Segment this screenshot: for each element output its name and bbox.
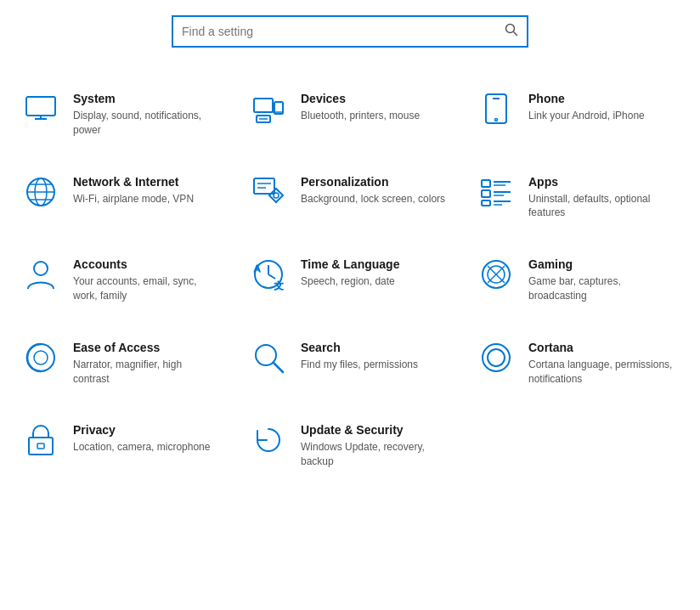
setting-item-accounts[interactable]: Accounts Your accounts, email, sync, wor… [8,239,236,322]
setting-desc-phone: Link your Android, iPhone [528,109,676,123]
devices-icon [251,92,285,126]
svg-rect-28 [482,201,490,206]
setting-title-search: Search [301,341,449,354]
time-icon: A 文 [251,257,285,291]
network-icon [24,175,58,209]
setting-desc-privacy: Location, camera, microphone [73,440,221,455]
svg-rect-48 [37,443,44,449]
svg-rect-47 [29,438,53,455]
setting-item-gaming[interactable]: Gaming Game bar, captures, broadcasting [464,239,692,322]
svg-point-45 [483,344,510,371]
search-icon [505,23,518,40]
svg-rect-2 [26,97,55,116]
setting-desc-network: Wi-Fi, airplane mode, VPN [73,192,221,206]
svg-point-46 [488,349,505,366]
setting-desc-devices: Bluetooth, printers, mouse [301,109,449,123]
gaming-icon [479,257,513,291]
search-input[interactable] [182,25,505,38]
setting-desc-ease: Narrator, magnifier, high contrast [73,358,221,387]
svg-rect-25 [482,190,490,197]
svg-point-42 [34,351,48,364]
setting-title-ease: Ease of Access [73,341,221,354]
svg-text:A: A [254,263,261,274]
svg-rect-22 [482,180,490,187]
setting-item-phone[interactable]: Phone Link your Android, iPhone [464,73,692,156]
search-icon [251,341,285,375]
svg-point-0 [506,25,515,33]
svg-point-31 [34,262,48,275]
settings-grid: System Display, sound, notifications, po… [0,73,700,488]
setting-title-gaming: Gaming [528,257,676,271]
setting-item-personalization[interactable]: Personalization Background, lock screen,… [236,156,464,240]
setting-desc-personalization: Background, lock screen, colors [301,192,449,206]
personalization-icon [251,175,285,209]
setting-title-devices: Devices [301,92,449,105]
setting-title-phone: Phone [528,92,676,105]
setting-desc-cortana: Cortana language, permissions, notificat… [528,358,676,387]
svg-rect-18 [254,178,274,194]
setting-title-apps: Apps [528,175,676,189]
svg-line-44 [274,363,283,372]
setting-title-privacy: Privacy [73,423,221,437]
ease-icon [24,341,58,375]
cortana-icon [479,341,513,375]
setting-title-accounts: Accounts [73,257,221,271]
setting-item-update[interactable]: Update & Security Windows Update, recove… [236,404,464,488]
setting-item-devices[interactable]: Devices Bluetooth, printers, mouse [236,73,464,156]
setting-item-network[interactable]: Network & Internet Wi-Fi, airplane mode,… [8,156,236,240]
setting-item-time[interactable]: A 文 Time & Language Speech, region, date [236,239,464,322]
apps-icon [479,175,513,209]
setting-desc-update: Windows Update, recovery, backup [301,440,449,469]
svg-point-21 [274,193,279,198]
setting-desc-accounts: Your accounts, email, sync, work, family [73,274,221,303]
setting-title-system: System [73,92,221,105]
accounts-icon [24,257,58,291]
search-bar-container [0,0,700,73]
svg-text:文: 文 [274,280,284,291]
privacy-icon [24,423,58,457]
setting-item-ease[interactable]: Ease of Access Narrator, magnifier, high… [8,322,236,405]
setting-item-apps[interactable]: Apps Uninstall, defaults, optional featu… [464,156,692,240]
setting-item-search[interactable]: Search Find my files, permissions [236,322,464,405]
system-icon [24,92,58,126]
setting-desc-search: Find my files, permissions [301,358,449,372]
setting-item-cortana[interactable]: Cortana Cortana language, permissions, n… [464,322,692,405]
setting-item-system[interactable]: System Display, sound, notifications, po… [8,73,236,156]
svg-line-34 [268,274,275,279]
setting-desc-time: Speech, region, date [301,274,449,289]
setting-item-privacy[interactable]: Privacy Location, camera, microphone [8,404,236,488]
setting-desc-gaming: Game bar, captures, broadcasting [528,274,676,303]
svg-point-12 [495,119,498,121]
setting-title-time: Time & Language [301,257,449,271]
setting-title-personalization: Personalization [301,175,449,189]
setting-desc-system: Display, sound, notifications, power [73,109,221,138]
setting-title-cortana: Cortana [528,341,676,354]
setting-desc-apps: Uninstall, defaults, optional features [528,192,676,221]
svg-line-1 [514,32,518,37]
search-bar[interactable] [172,15,528,48]
update-icon [251,423,285,457]
setting-title-update: Update & Security [301,423,449,437]
phone-icon [479,92,513,126]
setting-title-network: Network & Internet [73,175,221,189]
svg-rect-5 [254,99,273,112]
